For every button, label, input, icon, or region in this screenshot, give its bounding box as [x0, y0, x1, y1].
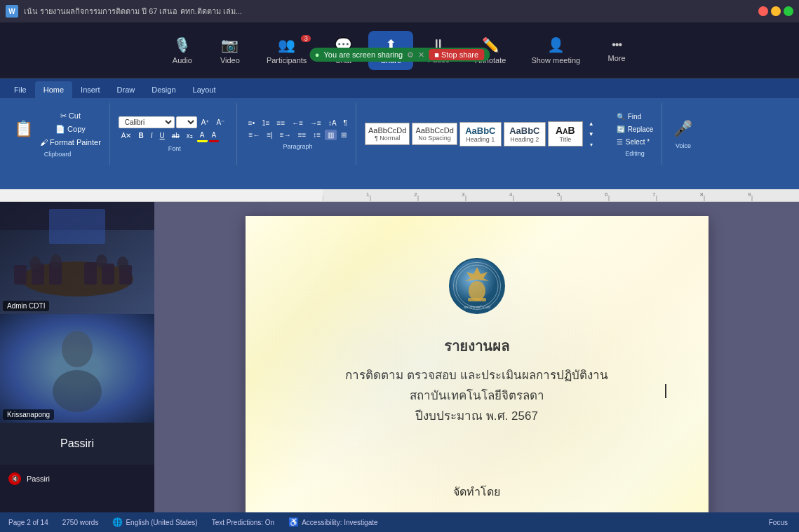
- svg-point-24: [21, 261, 133, 296]
- minimize-btn[interactable]: [771, 6, 781, 16]
- clear-format-button[interactable]: A✕: [119, 130, 135, 141]
- window-controls: [758, 6, 793, 16]
- mic-off-icon: 🔇: [11, 475, 19, 482]
- passiri-name: Passiri: [60, 437, 94, 450]
- doc-title-sub: การติดตาม ตรวจสอบ และประเมินผลการปฏิบัติ…: [302, 366, 652, 427]
- paste-button[interactable]: 📋: [11, 120, 36, 138]
- emblem-ring: [453, 262, 501, 310]
- person-silhouette: [42, 328, 112, 412]
- decrease-indent-button[interactable]: ←≡: [289, 118, 306, 128]
- subscript-button[interactable]: x₂: [184, 130, 196, 141]
- meeting-room-svg: [0, 202, 154, 314]
- stop-share-button[interactable]: ■ Stop share: [429, 49, 484, 60]
- krissanapong-name-badge: Krissanapong: [3, 409, 54, 420]
- style-heading2[interactable]: AaBbC Heading 2: [504, 122, 546, 146]
- align-right-button[interactable]: ≡→: [277, 130, 294, 140]
- style-normal[interactable]: AaBbCcDd ¶ Normal: [365, 123, 410, 145]
- shrink-font-button[interactable]: A⁻: [213, 117, 227, 128]
- styles-more[interactable]: ▾: [586, 140, 597, 149]
- grow-font-button[interactable]: A⁺: [199, 117, 213, 128]
- multilevel-button[interactable]: ≡≡: [274, 118, 288, 128]
- italic-button[interactable]: I: [148, 130, 156, 141]
- voice-label: Voice: [676, 142, 691, 149]
- tab-file[interactable]: File: [6, 81, 35, 98]
- underline-button[interactable]: U: [157, 130, 168, 141]
- highlight-button[interactable]: A: [197, 130, 208, 142]
- more-button[interactable]: ••• More: [594, 33, 639, 68]
- cut-button[interactable]: ✂ Cut: [37, 110, 104, 122]
- dictate-button[interactable]: 🎤: [671, 118, 695, 139]
- status-bar: Page 2 of 14 2750 words 🌐 English (Unite…: [0, 512, 799, 532]
- style-heading1[interactable]: AaBbC Heading 1: [459, 122, 502, 146]
- accessibility: ♿ Accessibility: Investigate: [288, 517, 377, 527]
- svg-text:8: 8: [700, 191, 704, 198]
- video-button[interactable]: 📷 Video: [208, 31, 253, 70]
- svg-rect-27: [49, 262, 62, 285]
- focus-button[interactable]: Focus: [766, 517, 791, 528]
- passiri-tile: Passiri: [0, 423, 154, 465]
- page-info: Page 2 of 14: [8, 519, 48, 526]
- copy-button[interactable]: 📄 Copy: [37, 123, 104, 135]
- font-color-button[interactable]: A: [209, 130, 220, 142]
- close-share-icon: ✕: [418, 50, 424, 60]
- video-icon: 📷: [221, 36, 239, 53]
- audio-button[interactable]: 🎙️ Audio: [160, 31, 205, 70]
- font-size-select[interactable]: 11: [176, 116, 197, 128]
- increase-indent-button[interactable]: →≡: [307, 118, 324, 128]
- screen-share-banner: ● You are screen sharing ⚙ ✕ ■ Stop shar…: [309, 48, 490, 62]
- borders-button[interactable]: ⊞: [338, 130, 349, 140]
- svg-point-37: [53, 370, 102, 412]
- bullets-button[interactable]: ≡•: [246, 118, 257, 128]
- show-paragraph-button[interactable]: ¶: [341, 118, 350, 128]
- mute-indicator: 🔇: [8, 472, 21, 485]
- video-label: Video: [220, 56, 240, 64]
- style-no-spacing[interactable]: AaBbCcDd No Spacing: [412, 123, 457, 145]
- strikethrough-button[interactable]: ab: [169, 130, 182, 141]
- text-predictions-text: Text Predictions: On: [212, 519, 274, 526]
- tab-insert[interactable]: Insert: [72, 81, 109, 98]
- font-name-select[interactable]: Calibri: [119, 116, 175, 128]
- close-btn[interactable]: [758, 6, 768, 16]
- align-center-button[interactable]: ≡|: [264, 130, 275, 140]
- align-left-button[interactable]: ≡←: [246, 130, 263, 140]
- replace-button[interactable]: 🔄 Replace: [614, 124, 657, 135]
- doc-line3: ปีงบประมาณ พ.ศ. 2567: [302, 407, 652, 427]
- tab-layout[interactable]: Layout: [184, 81, 224, 98]
- word-ribbon: 📋 ✂ Cut 📄 Copy 🖌 Format Painter Clipboar…: [0, 98, 799, 189]
- ribbon-group-clipboard: 📋 ✂ Cut 📄 Copy 🖌 Format Painter Clipboar…: [6, 103, 110, 165]
- show-meeting-button[interactable]: 👤 Show meeting: [520, 31, 591, 70]
- participants-button[interactable]: 👥 Participants 3: [255, 31, 318, 70]
- styles-scroll-down[interactable]: ▼: [586, 130, 597, 139]
- find-button[interactable]: 🔍 Find: [614, 111, 644, 122]
- bold-button[interactable]: B: [135, 130, 146, 141]
- text-cursor: [665, 384, 666, 398]
- format-painter-button[interactable]: 🖌 Format Painter: [37, 137, 104, 148]
- participants-icon: 👥: [278, 36, 295, 53]
- tab-draw[interactable]: Draw: [109, 81, 144, 98]
- tab-home[interactable]: Home: [35, 81, 72, 98]
- tab-design[interactable]: Design: [143, 81, 184, 98]
- meeting-room-video: Admin CDTI: [0, 202, 154, 314]
- styles-scroll-up[interactable]: ▲: [586, 119, 597, 128]
- numbering-button[interactable]: 1≡: [259, 118, 272, 128]
- font-label: Font: [168, 145, 181, 152]
- maximize-btn[interactable]: [784, 6, 793, 16]
- svg-rect-22: [0, 202, 154, 314]
- participants-label: Participants: [267, 56, 307, 64]
- svg-rect-23: [0, 202, 154, 230]
- style-title[interactable]: AaB Title: [548, 121, 583, 146]
- document-page: สถาบันเทคโนโลยี รายงานผล การติดตาม ตรวจส…: [246, 216, 709, 532]
- meeting-room-image: [0, 202, 154, 314]
- justify-button[interactable]: ≡≡: [295, 130, 309, 140]
- sort-button[interactable]: ↕A: [325, 118, 340, 128]
- line-spacing-button[interactable]: ↕≡: [310, 130, 323, 140]
- clipboard-label: Clipboard: [44, 151, 72, 158]
- svg-rect-28: [84, 262, 97, 285]
- shading-button[interactable]: ▥: [325, 130, 337, 140]
- svg-rect-29: [102, 264, 114, 285]
- select-button[interactable]: ☰ Select *: [614, 137, 652, 147]
- participants-badge: 3: [301, 35, 311, 42]
- teams-toolbar: 🎙️ Audio 📷 Video 👥 Participants 3 💬 Chat…: [0, 22, 799, 79]
- svg-rect-26: [32, 264, 44, 285]
- word-count-text: 2750 words: [62, 519, 99, 526]
